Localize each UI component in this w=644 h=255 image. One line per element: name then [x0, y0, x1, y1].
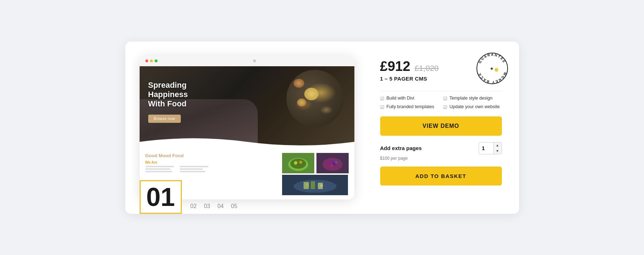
pagination: 01 02 03 04 05 [140, 180, 237, 214]
quantity-down-button[interactable]: ▼ [494, 148, 502, 154]
hero-text: Spreading Happiness With Food Browse now [148, 81, 188, 123]
svg-point-22 [306, 183, 309, 186]
active-page[interactable]: 01 [140, 180, 182, 214]
hero-line2: Happiness [148, 90, 188, 99]
extra-pages-row: Add extra pages ▲ ▼ [380, 142, 502, 154]
left-section: Spreading Happiness With Food Browse now… [140, 56, 363, 199]
hero-browse-button[interactable]: Browse now [148, 115, 181, 123]
svg-point-16 [335, 161, 338, 164]
feature-build-with-divi: ☑ Build with Divi [380, 96, 439, 101]
thumbnail-2 [316, 153, 349, 173]
thumbnail-3 [282, 175, 349, 195]
features-grid: ☑ Build with Divi ☑ Template style desig… [380, 96, 502, 110]
check-icon-2: ☑ [443, 96, 447, 101]
quantity-control[interactable]: ▲ ▼ [479, 142, 502, 154]
we-are-title: We Are [145, 160, 278, 164]
check-icon-4: ☑ [443, 105, 447, 110]
feature-text-3: Fully branded templates [387, 104, 434, 109]
page-03[interactable]: 03 [204, 203, 210, 210]
extra-pages-label: Add extra pages [380, 145, 422, 151]
thumbnail-column [282, 153, 349, 195]
thumbnail-1 [282, 153, 314, 173]
price-main: £912 [380, 59, 411, 74]
feature-text-2: Template style design [450, 96, 493, 101]
hero-line3: With Food [148, 99, 187, 108]
hero-line1: Spreading [148, 81, 187, 90]
svg-text:★: ★ [490, 67, 494, 71]
feature-text-1: Build with Divi [387, 96, 415, 101]
quantity-up-button[interactable]: ▲ [494, 143, 502, 148]
svg-point-23 [320, 184, 323, 187]
per-page-text: $100 per page [380, 156, 502, 161]
svg-point-15 [330, 164, 333, 167]
svg-rect-20 [311, 181, 315, 189]
feature-text-4: Update your own website [450, 104, 500, 109]
guarantee-badge: GUARANTEE MONEY BACK ★ 🪙 [476, 52, 508, 85]
add-to-basket-button[interactable]: ADD TO BASKET [380, 167, 502, 186]
page-02[interactable]: 02 [190, 203, 197, 210]
svg-text:🪙: 🪙 [494, 68, 499, 72]
product-page: GUARANTEE MONEY BACK ★ 🪙 [125, 42, 519, 214]
browser-mockup: Spreading Happiness With Food Browse now… [140, 56, 354, 199]
quantity-input[interactable] [479, 144, 493, 153]
other-pages: 02 03 04 05 [182, 203, 237, 214]
view-demo-button[interactable]: VIEW DEMO [380, 116, 502, 136]
page-05[interactable]: 05 [231, 203, 237, 210]
check-icon-1: ☑ [380, 96, 384, 101]
feature-branded-templates: ☑ Fully branded templates [380, 104, 439, 110]
browser-topbar [140, 56, 354, 66]
hero-image: Spreading Happiness With Food Browse now [140, 66, 354, 149]
feature-update-website: ☑ Update your own website [443, 104, 502, 110]
svg-point-10 [297, 163, 299, 165]
section-title: Good Mood Food [145, 153, 278, 158]
feature-template-style: ☑ Template style design [443, 96, 502, 101]
page-04[interactable]: 04 [217, 203, 224, 210]
check-icon-3: ☑ [380, 105, 384, 110]
svg-point-9 [299, 161, 302, 164]
price-old: £1,020 [415, 64, 439, 73]
